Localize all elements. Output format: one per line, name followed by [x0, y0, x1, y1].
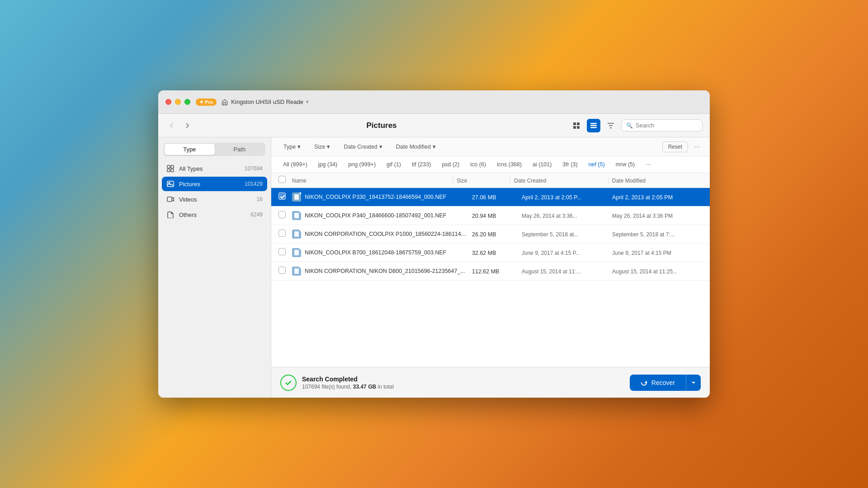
- svg-rect-14: [294, 194, 299, 200]
- type-tab-ico[interactable]: ico (6): [466, 160, 491, 169]
- row-5-date-created: August 15, 2014 at 11:...: [522, 268, 581, 275]
- row-2-size: 20.94 MB: [472, 213, 496, 219]
- divider-3: [608, 177, 609, 184]
- search-input[interactable]: [636, 122, 698, 129]
- filter-date-created-label: Date Created: [344, 144, 377, 150]
- recover-dropdown-button[interactable]: [686, 375, 701, 391]
- type-tab-all[interactable]: All (999+): [278, 160, 312, 169]
- sidebar-item-others[interactable]: Others 6249: [162, 207, 267, 222]
- type-tab-3fr[interactable]: 3fr (3): [558, 160, 582, 169]
- title-bar: ★ Pro Kingston UHSII uSD Reade ▾: [158, 90, 710, 114]
- row-3-checkbox[interactable]: [278, 230, 286, 237]
- sidebar-item-pictures[interactable]: Pictures 101429: [162, 177, 267, 191]
- tab-type[interactable]: Type: [165, 144, 215, 155]
- type-tab-nef[interactable]: nef (5): [584, 160, 609, 169]
- minimize-button[interactable]: [175, 99, 181, 105]
- row-1-date-created: April 2, 2013 at 2:05 P...: [522, 194, 582, 201]
- type-tab-tif[interactable]: tif (233): [407, 160, 435, 169]
- type-tab-gif[interactable]: gif (1): [382, 160, 406, 169]
- traffic-lights: [165, 99, 190, 105]
- type-tab-png[interactable]: png (999+): [344, 160, 380, 169]
- col-header-date-created: Date Created: [514, 178, 546, 184]
- table-row[interactable]: NIKON CORPORATION_COOLPIX P1000_18560224…: [271, 225, 710, 244]
- filter-date-modified-label: Date Modified: [396, 144, 431, 150]
- table-header: Name Size Date Created Date Modified: [271, 173, 710, 188]
- svg-rect-5: [590, 125, 597, 126]
- filter-row: Type ▾ Size ▾ Date Created ▾ Date Modifi…: [271, 137, 710, 156]
- more-filters-button[interactable]: ···: [692, 141, 703, 152]
- tab-switcher: Type Path: [164, 143, 265, 156]
- files-found-count: 107694: [302, 384, 320, 390]
- type-tab-jpg[interactable]: jpg (34): [314, 160, 342, 169]
- table-row[interactable]: NIKON_COOLPIX B700_18612048-18675759_003…: [271, 244, 710, 262]
- filter-type-button[interactable]: Type ▾: [278, 141, 306, 152]
- file-icon: [292, 211, 301, 220]
- chevron-down-icon: ▾: [306, 99, 309, 105]
- more-types-button[interactable]: ···: [643, 159, 654, 170]
- row-1-date-modified: April 2, 2013 at 2:05 PM: [612, 194, 673, 201]
- pictures-label: Pictures: [179, 181, 240, 188]
- table-row[interactable]: NIKON_COOLPIX P340_18466600-18507492_001…: [271, 206, 710, 225]
- col-header-date-modified: Date Modified: [612, 178, 646, 184]
- recover-group: Recover: [630, 375, 701, 391]
- row-1-checkbox[interactable]: [278, 192, 286, 200]
- svg-rect-3: [577, 126, 580, 129]
- type-chevron-icon: ▾: [297, 143, 301, 150]
- filter-size-button[interactable]: Size ▾: [309, 141, 335, 152]
- row-2-checkbox[interactable]: [278, 211, 286, 218]
- row-3-size: 26.20 MB: [472, 231, 496, 238]
- filter-date-created-button[interactable]: Date Created ▾: [339, 141, 387, 152]
- status-bar: Search Completed 107694 file(s) found, 3…: [271, 367, 710, 398]
- svg-rect-6: [590, 127, 597, 128]
- file-icon: [292, 248, 301, 257]
- device-selector[interactable]: Kingston UHSII uSD Reade ▾: [228, 97, 311, 107]
- svg-rect-9: [167, 169, 170, 172]
- row-3-date-created: September 5, 2018 at...: [522, 231, 578, 238]
- select-all-checkbox[interactable]: [278, 176, 286, 183]
- row-5-checkbox[interactable]: [278, 267, 286, 274]
- recover-button[interactable]: Recover: [630, 375, 686, 391]
- search-box[interactable]: 🔍: [621, 119, 703, 131]
- svg-rect-13: [167, 197, 172, 202]
- back-button[interactable]: [165, 119, 178, 132]
- type-tab-ai[interactable]: ai (101): [528, 160, 556, 169]
- reset-button[interactable]: Reset: [662, 141, 688, 152]
- size-chevron-icon: ▾: [327, 143, 330, 150]
- filter-date-modified-button[interactable]: Date Modified ▾: [391, 141, 441, 152]
- pro-badge: ★ Pro: [196, 99, 217, 106]
- row-4-date-modified: June 9, 2017 at 4:15 PM: [612, 250, 671, 256]
- video-icon: [166, 195, 175, 203]
- type-tabs: All (999+) jpg (34) png (999+) gif (1) t…: [271, 156, 710, 173]
- forward-button[interactable]: [181, 119, 193, 132]
- svg-rect-8: [171, 165, 174, 168]
- videos-label: Videos: [179, 196, 252, 203]
- status-subtitle: 107694 file(s) found, 33.47 GB in total: [302, 384, 630, 390]
- type-tab-psd[interactable]: psd (2): [437, 160, 464, 169]
- row-3-date-modified: September 5, 2018 at 7:...: [612, 231, 675, 238]
- sidebar-item-all-types[interactable]: All Types 107694: [162, 161, 267, 176]
- home-icon: [221, 99, 228, 106]
- more-types-icon: ···: [646, 160, 651, 169]
- maximize-button[interactable]: [184, 99, 190, 105]
- filter-button[interactable]: [604, 119, 618, 132]
- date-modified-chevron-icon: ▾: [433, 143, 436, 150]
- type-tab-icns[interactable]: icns (368): [492, 160, 526, 169]
- svg-rect-2: [573, 126, 576, 129]
- table-row[interactable]: NIKON CORPORATION_NIKON D800_21015696-21…: [271, 262, 710, 281]
- table-row[interactable]: NIKON_COOLPIX P330_18413752-18466594_000…: [271, 188, 710, 206]
- svg-rect-18: [294, 268, 299, 274]
- close-button[interactable]: [165, 99, 171, 105]
- file-table: Name Size Date Created Date Modified: [271, 173, 710, 367]
- type-tab-mrw[interactable]: mrw (5): [611, 160, 639, 169]
- sidebar-item-videos[interactable]: Videos 16: [162, 192, 267, 206]
- row-4-size: 32.62 MB: [472, 250, 496, 256]
- status-title: Search Completed: [302, 375, 630, 383]
- row-4-checkbox[interactable]: [278, 248, 286, 255]
- tab-path[interactable]: Path: [215, 144, 265, 155]
- svg-rect-7: [167, 165, 170, 168]
- svg-rect-10: [171, 169, 174, 172]
- others-count: 6249: [250, 211, 263, 218]
- grid-view-button[interactable]: [570, 119, 583, 132]
- list-view-button[interactable]: [587, 119, 600, 132]
- grid-icon: [166, 164, 175, 173]
